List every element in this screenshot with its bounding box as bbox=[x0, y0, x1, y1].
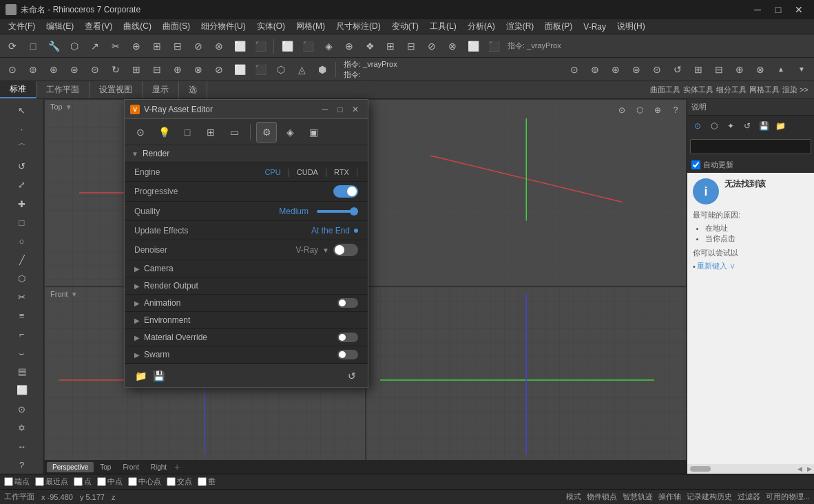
menu-subdivision[interactable]: 细分物件(U) bbox=[196, 19, 251, 34]
engine-cuda[interactable]: CUDA bbox=[291, 167, 324, 178]
tool-btn-14[interactable]: ⬜ bbox=[278, 36, 297, 56]
sidebar-extrude[interactable]: ▤ bbox=[12, 363, 32, 380]
menu-view[interactable]: 查看(V) bbox=[79, 19, 118, 34]
tool-btn-22[interactable]: ⊗ bbox=[443, 36, 462, 56]
tool2-btn-2[interactable]: ⊚ bbox=[23, 60, 43, 79]
maximize-button[interactable]: □ bbox=[769, 0, 788, 19]
nav-zoom[interactable]: ⊕ bbox=[649, 102, 666, 118]
tool2-right-9[interactable]: ⊕ bbox=[730, 60, 749, 79]
menu-surface[interactable]: 曲面(S) bbox=[157, 19, 196, 34]
tool2-right-2[interactable]: ⊚ bbox=[585, 60, 605, 79]
menu-dimension[interactable]: 尺寸标注(D) bbox=[331, 19, 386, 34]
tool-btn-5[interactable]: ↗ bbox=[85, 36, 105, 56]
snap-near[interactable]: 最近点 bbox=[35, 476, 68, 487]
snap-center-cb[interactable] bbox=[128, 477, 137, 486]
progressive-switch[interactable] bbox=[333, 185, 358, 198]
scroll-right-btn[interactable]: ▶ bbox=[804, 464, 814, 474]
material-override-subsection[interactable]: ▶ Material Override bbox=[125, 329, 368, 346]
sidebar-fillet[interactable]: ⌐ bbox=[12, 326, 32, 343]
vray-icon-layers[interactable]: ⊞ bbox=[200, 122, 221, 143]
bottom-history[interactable]: 记录建构历史 bbox=[687, 492, 732, 502]
minimize-button[interactable]: ─ bbox=[748, 0, 767, 19]
sidebar-curve[interactable]: ⌒ bbox=[12, 139, 32, 156]
tool2-btn-1[interactable]: ⊙ bbox=[3, 60, 22, 79]
engine-rtx[interactable]: RTX bbox=[328, 167, 355, 178]
snap-point[interactable]: 点 bbox=[74, 476, 92, 487]
bottom-smart-track[interactable]: 智慧轨迹 bbox=[623, 492, 653, 502]
vray-icon-plane[interactable]: ▭ bbox=[224, 122, 244, 143]
engine-cpu[interactable]: CPU bbox=[259, 167, 286, 178]
snap-endpoint[interactable]: 端点 bbox=[4, 476, 30, 487]
viewport-tab-top[interactable]: Top bbox=[94, 462, 116, 472]
tool-btn-23[interactable]: ⬜ bbox=[463, 36, 483, 56]
scroll-up[interactable]: ▲ bbox=[771, 60, 791, 79]
menu-panels[interactable]: 面板(P) bbox=[539, 19, 578, 34]
viewport-perspective[interactable] bbox=[366, 99, 687, 286]
right-icon-env[interactable]: ↺ bbox=[740, 118, 755, 134]
tool-btn-3[interactable]: 🔧 bbox=[44, 36, 63, 56]
sidebar-render-icon[interactable]: ⊙ bbox=[12, 401, 32, 418]
tool-btn-4[interactable]: ⬡ bbox=[65, 36, 84, 56]
tool-btn-17[interactable]: ⊕ bbox=[340, 36, 359, 56]
tool2-right-8[interactable]: ⊟ bbox=[709, 60, 729, 79]
tool-btn-12[interactable]: ⬜ bbox=[230, 36, 249, 56]
sidebar-move[interactable]: ✚ bbox=[12, 195, 32, 212]
snap-point-cb[interactable] bbox=[74, 477, 83, 486]
snap-midpoint[interactable]: 中点 bbox=[97, 476, 123, 487]
sidebar-help[interactable]: ? bbox=[12, 456, 32, 474]
sidebar-dimension[interactable]: ↔ bbox=[12, 438, 32, 455]
sidebar-offset[interactable]: ≡ bbox=[12, 307, 32, 324]
sidebar-scale[interactable]: ⤢ bbox=[12, 176, 32, 193]
menu-curve[interactable]: 曲线(C) bbox=[118, 19, 157, 34]
denoiser-dropdown-arrow[interactable]: ▼ bbox=[322, 246, 329, 254]
snap-center[interactable]: 中心点 bbox=[128, 476, 161, 487]
vray-icon-box[interactable]: □ bbox=[177, 122, 198, 143]
menu-help[interactable]: 说明(H) bbox=[612, 19, 651, 34]
tool2-right-4[interactable]: ⊜ bbox=[627, 60, 646, 79]
sidebar-circle[interactable]: ○ bbox=[12, 233, 32, 250]
snap-near-cb[interactable] bbox=[35, 477, 44, 486]
bottom-physics[interactable]: 可用的物理... bbox=[766, 492, 810, 502]
tool2-btn-6[interactable]: ↻ bbox=[106, 60, 125, 79]
menu-mesh[interactable]: 网格(M) bbox=[291, 19, 331, 34]
menu-solid[interactable]: 实体(O) bbox=[251, 19, 291, 34]
tool2-btn-9[interactable]: ⊕ bbox=[168, 60, 187, 79]
tool-btn-9[interactable]: ⊟ bbox=[168, 36, 187, 56]
tool-btn-15[interactable]: ⬛ bbox=[298, 36, 317, 56]
sidebar-poly[interactable]: ⬡ bbox=[12, 270, 32, 287]
update-effects-text[interactable]: At the End bbox=[311, 226, 350, 235]
menu-edit[interactable]: 编辑(E) bbox=[41, 19, 79, 34]
snap-endpoint-cb[interactable] bbox=[4, 477, 13, 486]
close-button[interactable]: ✕ bbox=[789, 0, 808, 19]
render-section-header[interactable]: ▼ Render bbox=[125, 145, 368, 162]
tool2-btn-11[interactable]: ⊘ bbox=[209, 60, 229, 79]
tool-btn-21[interactable]: ⊘ bbox=[422, 36, 441, 56]
quality-slider[interactable] bbox=[317, 210, 358, 213]
right-icon-material[interactable]: ⬡ bbox=[707, 118, 722, 134]
right-icon-sphere[interactable]: ⊙ bbox=[690, 118, 705, 134]
vray-icon-light[interactable]: 💡 bbox=[154, 122, 174, 143]
tool2-btn-8[interactable]: ⊟ bbox=[147, 60, 167, 79]
tool-btn-18[interactable]: ❖ bbox=[360, 36, 379, 56]
camera-subsection[interactable]: ▶ Camera bbox=[125, 260, 368, 277]
tool2-btn-3[interactable]: ⊛ bbox=[44, 60, 63, 79]
tab-workplane[interactable]: 工作平面 bbox=[36, 81, 90, 98]
animation-switch[interactable] bbox=[337, 298, 358, 308]
nav-help[interactable]: ? bbox=[667, 102, 684, 118]
tool2-btn-16[interactable]: ⬢ bbox=[313, 60, 332, 79]
tool2-btn-13[interactable]: ⬛ bbox=[251, 60, 270, 79]
tab-setview[interactable]: 设置视图 bbox=[90, 81, 143, 98]
right-icon-folder[interactable]: 📁 bbox=[773, 118, 788, 134]
denoiser-toggle[interactable] bbox=[333, 244, 358, 256]
snap-midpoint-cb[interactable] bbox=[97, 477, 106, 486]
tool-btn-11[interactable]: ⊗ bbox=[209, 36, 229, 56]
sidebar-snap[interactable]: ✡ bbox=[12, 419, 32, 437]
render-output-subsection[interactable]: ▶ Render Output bbox=[125, 277, 368, 295]
tool-btn-7[interactable]: ⊕ bbox=[127, 36, 146, 56]
scrollbar-thumb[interactable] bbox=[690, 466, 711, 472]
tool-btn-16[interactable]: ◈ bbox=[319, 36, 338, 56]
bottom-filter[interactable]: 过滤器 bbox=[738, 492, 760, 502]
tool-btn-19[interactable]: ⊞ bbox=[381, 36, 400, 56]
tool2-right-3[interactable]: ⊛ bbox=[606, 60, 625, 79]
tool-btn-24[interactable]: ⬛ bbox=[484, 36, 503, 56]
